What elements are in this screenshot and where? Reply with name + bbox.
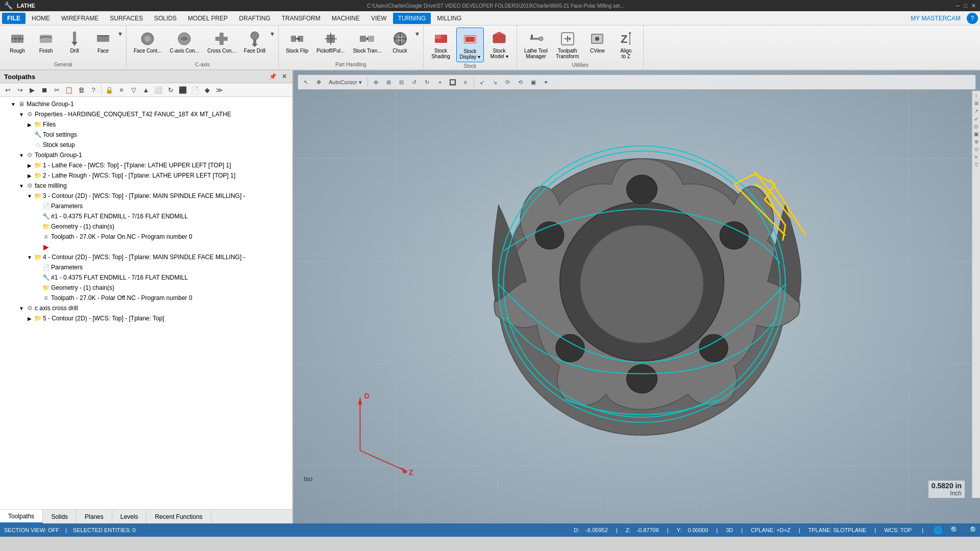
vp-btn3[interactable]: ⊟ — [396, 77, 407, 88]
menu-item-turning[interactable]: TURNING — [393, 13, 431, 24]
lathe-tool-manager-btn[interactable]: Lathe ToolManager — [521, 28, 551, 61]
tree-stock-setup[interactable]: ▶ ◇ Stock setup — [0, 140, 292, 150]
menu-item-surfaces[interactable]: SURFACES — [105, 13, 148, 24]
diamond-btn[interactable]: ◆ — [202, 84, 213, 95]
vp-btn14[interactable]: ✦ — [541, 77, 552, 88]
c-axis-con-btn[interactable]: C-axis Con... — [166, 28, 202, 56]
tree-op3-params[interactable]: ▶ 📄 Parameters — [0, 201, 292, 211]
vp-btn6[interactable]: ⌖ — [434, 77, 446, 88]
more-btn[interactable]: ≫ — [214, 84, 225, 95]
stock-shading-btn[interactable]: StockShading — [428, 28, 454, 61]
close-btn[interactable]: ✕ — [971, 3, 976, 9]
stock-trans-btn[interactable]: Stock Tran... — [350, 28, 384, 56]
tree-face-milling[interactable]: ▼ ⚙ face millling — [0, 181, 292, 191]
toolpath-transform-btn[interactable]: ToolpathTransform — [553, 28, 582, 61]
vp-btn13[interactable]: ▣ — [528, 77, 539, 88]
tree-op4-geom[interactable]: ▶ 📁 Geometry - (1) chain(s) — [0, 283, 292, 293]
vp-btn11[interactable]: ⟳ — [502, 77, 513, 88]
vp-btn12[interactable]: ⟲ — [515, 77, 526, 88]
tab-recent-functions[interactable]: Recent Functions — [146, 510, 211, 523]
vp-btn1[interactable]: ⊕ — [371, 77, 382, 88]
delete-btn[interactable]: 🗑 — [76, 84, 87, 95]
vp-btn5[interactable]: ↻ — [422, 77, 433, 88]
run-btn[interactable]: ▶ — [27, 84, 38, 95]
tab-toolpaths[interactable]: Toolpaths — [0, 510, 43, 523]
right-btn-6[interactable]: ▣ — [974, 131, 978, 137]
tree-op4[interactable]: ▼ 📁 4 - Contour (2D) - [WCS: Top] - [Tpl… — [0, 252, 292, 262]
tree-op3[interactable]: ▼ 📁 3 - Contour (2D) - [WCS: Top] - [Tpl… — [0, 191, 292, 201]
help-tree-btn[interactable]: ? — [88, 84, 99, 95]
face-cont-btn[interactable]: Face Cont... — [131, 28, 164, 56]
stock-display-btn[interactable]: StockDisplay ▾ — [456, 28, 484, 62]
face-btn[interactable]: Face — [90, 28, 116, 56]
menu-item-milling[interactable]: MILLING — [432, 13, 467, 24]
regen-btn[interactable]: ↻ — [165, 84, 176, 95]
copy-btn[interactable]: 📋 — [63, 84, 75, 95]
cview-btn[interactable]: CView — [584, 28, 610, 56]
tree-properties[interactable]: ▼ ⚙ Properties - HARDINGE_CONQUEST_T42 F… — [0, 109, 292, 119]
tree-files[interactable]: ▶ 📁 Files — [0, 119, 292, 130]
menu-item-solids[interactable]: SOLIDS — [149, 13, 182, 24]
doc-btn[interactable]: 📄 — [189, 84, 201, 95]
vp-btn4[interactable]: ↺ — [409, 77, 420, 88]
tree-op4-params[interactable]: ▶ 📄 Parameters — [0, 262, 292, 272]
menu-item-model-prep[interactable]: MODEL PREP — [183, 13, 233, 24]
right-btn-5[interactable]: ◎ — [974, 123, 978, 129]
cut-btn[interactable]: ✂ — [51, 84, 62, 95]
select-all-btn[interactable]: ↩ — [2, 84, 13, 95]
maximize-btn[interactable]: □ — [964, 3, 967, 9]
tree-op2[interactable]: ▶ 📁 2 - Lathe Rough - [WCS: Top] - [Tpla… — [0, 170, 292, 181]
tree-toolpath-group-1[interactable]: ▼ ⚙ Toolpath Group-1 — [0, 150, 292, 160]
right-btn-8[interactable]: ⊙ — [974, 146, 978, 152]
right-btn-10[interactable]: ▽ — [974, 162, 978, 167]
right-btn-3[interactable]: ↗ — [974, 108, 978, 114]
caxis-expand-btn[interactable]: ▾ — [271, 30, 274, 38]
stop-btn[interactable]: ⏹ — [39, 84, 50, 95]
tab-levels[interactable]: Levels — [112, 510, 147, 523]
menu-item-drafting[interactable]: DRAFTING — [234, 13, 275, 24]
tree-machine-group[interactable]: ▼ 🖥 Machine Group-1 — [0, 99, 292, 109]
cross-con-btn[interactable]: Cross Con... — [204, 28, 239, 56]
part-handling-expand-btn[interactable]: ▾ — [415, 30, 419, 38]
menu-item-view[interactable]: VIEW — [366, 13, 392, 24]
vp-btn7[interactable]: 🔲 — [447, 77, 458, 88]
help-btn[interactable]: ? — [967, 13, 978, 24]
minimize-btn[interactable]: ─ — [956, 3, 960, 9]
vp-btn8[interactable]: ≡ — [460, 77, 471, 88]
vp-btn2[interactable]: ⊞ — [383, 77, 395, 88]
my-mastercam[interactable]: MY MASTERCAM — [905, 13, 966, 24]
right-btn-2[interactable]: ⊞ — [974, 101, 978, 106]
menu-item-machine[interactable]: MACHINE — [327, 13, 365, 24]
up-btn[interactable]: ▲ — [140, 84, 152, 95]
align-to-z-btn[interactable]: Z Alignto Z — [612, 28, 639, 61]
dropdown-btn[interactable]: ▽ — [128, 84, 139, 95]
panel-pin-btn[interactable]: 📌 — [267, 72, 278, 81]
tree-op3-geom[interactable]: ▶ 📁 Geometry - (1) chain(s) — [0, 221, 292, 232]
tree-op4-tool[interactable]: ▶ 🔧 #1 - 0.4375 FLAT ENDMILL - 7/16 FLAT… — [0, 272, 292, 283]
right-btn-7[interactable]: ⊕ — [974, 139, 978, 144]
tree-op4-toolpath[interactable]: ▶ ≡ Toolpath - 27.0K - Polar Off.NC - Pr… — [0, 293, 292, 303]
stock-model-btn[interactable]: StockModel ▾ — [486, 28, 512, 61]
lock-btn[interactable]: 🔒 — [104, 84, 115, 95]
status-zoom-btn[interactable]: 🔎 — [967, 526, 976, 534]
menu-item-transform[interactable]: TRANSFORM — [277, 13, 326, 24]
vp-btn10[interactable]: ↘ — [489, 77, 501, 88]
tree-op3-toolpath[interactable]: ▶ ≡ Toolpath - 27.0K - Polar On.NC - Pro… — [0, 232, 292, 242]
tab-planes[interactable]: Planes — [77, 510, 112, 523]
tree-c-axis-cross[interactable]: ▼ ⚙ c axis cross drill — [0, 303, 292, 313]
stock-flip-btn[interactable]: Stock Flip — [283, 28, 311, 56]
rough-btn[interactable]: Rough — [4, 28, 31, 56]
props-btn[interactable]: ≡ — [116, 84, 127, 95]
tree-op5[interactable]: ▶ 📁 5 - Contour (2D) - [WCS: Top] - [Tpl… — [0, 313, 292, 323]
right-btn-4[interactable]: ↙ — [974, 116, 978, 121]
box-btn[interactable]: ⬜ — [153, 84, 164, 95]
status-search-btn[interactable]: 🔍 — [950, 526, 959, 534]
menu-item-file[interactable]: FILE — [2, 13, 26, 24]
finish-btn[interactable]: Finish — [33, 28, 59, 56]
menu-item-wireframe[interactable]: WIREFRAME — [56, 13, 104, 24]
tree-tool-settings[interactable]: ▶ 🔧 Tool settings — [0, 130, 292, 140]
tab-solids[interactable]: Solids — [43, 510, 77, 523]
chuck-btn[interactable]: Chuck — [387, 28, 413, 56]
right-btn-9[interactable]: ≡ — [975, 154, 978, 160]
vp-select-btn[interactable]: ↖ — [300, 77, 311, 88]
